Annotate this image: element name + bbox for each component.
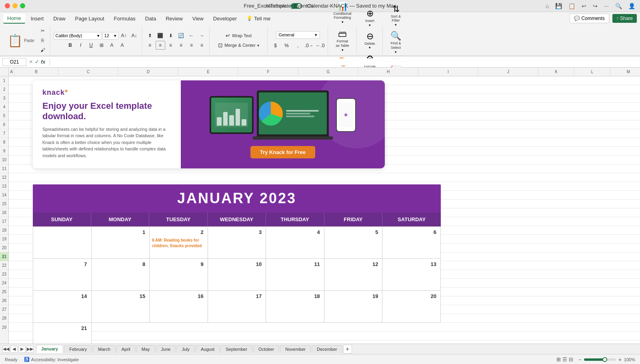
row-num-24[interactable]: 24 — [0, 279, 8, 288]
row-num-11[interactable]: 11 — [0, 164, 8, 173]
col-header-c[interactable]: C — [58, 68, 118, 76]
align-top-button[interactable]: ⬆ — [145, 31, 155, 40]
maximize-button[interactable] — [20, 3, 25, 8]
tab-august[interactable]: August — [196, 345, 220, 353]
row-num-3[interactable]: 3 — [0, 94, 8, 103]
col-header-g[interactable]: G — [298, 68, 358, 76]
format-painter-button[interactable]: 🖌 — [38, 46, 48, 54]
cal-cell-jan5[interactable]: 5 — [324, 227, 383, 259]
cut-button[interactable]: ✂ — [38, 26, 48, 35]
col-header-a[interactable]: A — [9, 68, 14, 76]
row-num-13[interactable]: 13 — [0, 182, 8, 191]
comments-button[interactable]: 💬 Comments — [570, 14, 609, 23]
menu-developer[interactable]: Developer — [209, 14, 241, 23]
menu-draw[interactable]: Draw — [49, 14, 69, 23]
tab-december[interactable]: December — [312, 345, 342, 353]
row-num-18[interactable]: 18 — [0, 226, 8, 235]
cal-cell-jan10[interactable]: 10 — [208, 259, 266, 291]
normal-view-icon[interactable]: ⊞ — [556, 356, 561, 362]
decrease-font-button[interactable]: A↓ — [130, 31, 139, 40]
cal-cell-jan7[interactable]: 7 — [33, 259, 92, 291]
cal-cell-jan19[interactable]: 19 — [324, 291, 383, 323]
add-sheet-button[interactable]: + — [343, 345, 352, 354]
zoom-out-button[interactable]: − — [578, 356, 581, 363]
row-num-20[interactable]: 20 — [0, 244, 8, 252]
home-icon[interactable]: ⌂ — [546, 3, 549, 9]
cancel-formula-icon[interactable]: ✕ — [29, 59, 33, 65]
font-selector[interactable]: Calibri (Body) ▾ — [54, 32, 102, 40]
col-header-i[interactable]: I — [418, 68, 478, 76]
orientation-button[interactable]: 🔄 — [176, 31, 186, 40]
tab-march[interactable]: March — [93, 345, 116, 353]
accounting-button[interactable]: $ — [271, 41, 280, 50]
cal-cell-jan3[interactable]: 3 — [208, 227, 266, 259]
align-center-button[interactable]: ≡ — [156, 41, 165, 50]
tab-june[interactable]: June — [156, 345, 176, 353]
row-num-19[interactable]: 19 — [0, 235, 8, 244]
insert-button[interactable]: ⊕ Insert ▾ — [360, 7, 380, 29]
insert-function-icon[interactable]: fx — [41, 59, 46, 65]
formula-input[interactable] — [54, 58, 638, 66]
redo-icon[interactable]: ↪ — [593, 3, 598, 9]
menu-insert[interactable]: Insert — [27, 14, 48, 23]
delete-button[interactable]: ⊖ Delete ▾ — [360, 30, 380, 52]
indent-decrease-button[interactable]: ← — [187, 31, 196, 40]
col-header-h[interactable]: H — [358, 68, 418, 76]
cal-cell-jan20[interactable]: 20 — [382, 291, 441, 323]
cal-cell-jan14[interactable]: 14 — [33, 291, 92, 323]
row-num-4[interactable]: 4 — [0, 103, 8, 112]
minimize-button[interactable] — [12, 3, 18, 8]
align-right-button[interactable]: ≡ — [166, 41, 176, 50]
col-header-b[interactable]: B — [14, 68, 58, 76]
menu-tell-me[interactable]: 💡 Tell me — [242, 14, 274, 23]
menu-formulas[interactable]: Formulas — [110, 14, 140, 23]
increase-decimal-button[interactable]: .0→ — [304, 41, 314, 50]
number-format-dropdown[interactable]: General ▾ — [276, 31, 320, 39]
cal-cell-jan8[interactable]: 8 — [92, 259, 150, 291]
row-num-8[interactable]: 8 — [0, 138, 8, 147]
row-num-25[interactable]: 25 — [0, 288, 8, 296]
align-middle-button[interactable]: ⬛ — [156, 31, 165, 40]
format-as-table-button[interactable]: 🗃 Formatas Table ▾ — [332, 27, 352, 54]
page-break-view-icon[interactable]: ☰ — [562, 356, 567, 362]
undo-icon[interactable]: ↩ — [582, 3, 586, 9]
row-num-5[interactable]: 5 — [0, 112, 8, 120]
tab-february[interactable]: February — [64, 345, 92, 353]
cell-reference-box[interactable] — [2, 58, 26, 66]
cal-cell-jan15[interactable]: 15 — [92, 291, 150, 323]
comma-button[interactable]: , — [293, 41, 303, 50]
cal-cell-jan16[interactable]: 16 — [150, 291, 208, 323]
underline-button[interactable]: U — [86, 41, 96, 50]
tab-january[interactable]: January — [36, 345, 63, 353]
fill-color-button[interactable]: A — [107, 41, 117, 50]
tab-september[interactable]: September — [220, 345, 252, 353]
ad-cta-button[interactable]: Try Knack for Free — [250, 146, 315, 158]
row-num-12[interactable]: 12 — [0, 173, 8, 182]
user-icon[interactable]: 👤 — [628, 3, 635, 9]
col-header-l[interactable]: L — [574, 68, 610, 76]
bold-button[interactable]: B — [66, 41, 75, 50]
tab-april[interactable]: April — [116, 345, 136, 353]
row-num-14[interactable]: 14 — [0, 191, 8, 200]
search-icon[interactable]: 🔍 — [615, 3, 622, 9]
nav-prev-sheet[interactable]: ◀ — [10, 346, 18, 353]
cal-cell-w1-sun[interactable] — [33, 227, 92, 259]
align-justify-left-button[interactable]: ≡ — [176, 41, 186, 50]
cal-cell-jan11[interactable]: 11 — [266, 259, 324, 291]
tab-october[interactable]: October — [253, 345, 279, 353]
col-header-m[interactable]: M — [610, 68, 640, 76]
zoom-slider-thumb[interactable] — [602, 357, 607, 362]
row-num-26[interactable]: 26 — [0, 296, 8, 305]
percent-button[interactable]: % — [282, 41, 292, 50]
format-icon[interactable]: 📋 — [568, 3, 575, 9]
wrap-text-button[interactable]: ↵ Wrap Text — [213, 31, 265, 40]
font-size-box[interactable]: 12 ▾ — [102, 32, 118, 40]
zoom-slider[interactable] — [584, 358, 616, 361]
cal-cell-jan17[interactable]: 17 — [208, 291, 266, 323]
merge-center-button[interactable]: ⊡ Merge & Center ▾ — [213, 41, 265, 50]
zoom-in-button[interactable]: + — [618, 356, 622, 363]
row-num-27[interactable]: 27 — [0, 305, 8, 314]
row-num-1[interactable]: 1 — [0, 76, 8, 85]
menu-home[interactable]: Home — [3, 14, 25, 24]
cal-cell-jan13[interactable]: 13 — [382, 259, 441, 291]
